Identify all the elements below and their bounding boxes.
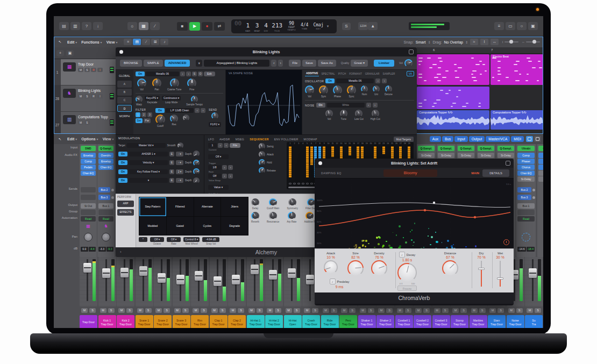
- solo-button[interactable]: S: [423, 308, 430, 313]
- fader-handle[interactable]: [232, 275, 240, 284]
- audio-fx-slot[interactable]: Envelop: [98, 159, 113, 164]
- mod-targets-button[interactable]: Mod Targets: [394, 137, 414, 142]
- sequencer-step[interactable]: [331, 146, 334, 157]
- seq-trigger-select[interactable]: 1/8: [208, 165, 221, 170]
- next-preset-button[interactable]: ›: [278, 60, 283, 67]
- audio-fx-slot[interactable]: St-: [538, 176, 543, 182]
- knob-Cutoff[interactable]: [155, 115, 165, 124]
- fader-handle[interactable]: [120, 268, 129, 277]
- mute-button[interactable]: M: [415, 308, 422, 313]
- audio-fx-slot[interactable]: Pedals: [81, 165, 96, 170]
- library-icon[interactable]: ▤: [59, 22, 69, 30]
- engine-tab-sampler[interactable]: SAMPLER: [382, 72, 396, 76]
- prev-preset-button[interactable]: ‹: [271, 60, 276, 67]
- automation-mode[interactable]: Read: [81, 216, 96, 222]
- source-solo-button[interactable]: S: [192, 72, 197, 76]
- snapshot-pad-modded[interactable]: Modded: [139, 217, 166, 235]
- source-tab-morph[interactable]: MORPH: [117, 113, 132, 120]
- channel-name-label[interactable]: Cowbell 2Trap Door: [414, 315, 431, 328]
- solo-button[interactable]: S: [182, 308, 189, 313]
- send-slot[interactable]: [81, 187, 96, 192]
- channel-fader-strip[interactable]: [247, 257, 265, 306]
- audio-fx-slot[interactable]: St-: [538, 170, 543, 176]
- sequencer-step[interactable]: [289, 146, 292, 177]
- browsers-icon[interactable]: ▥: [70, 22, 80, 30]
- mute-button[interactable]: M: [360, 308, 366, 313]
- oscillator-name-field[interactable]: Metallic 06: [336, 78, 374, 83]
- menu-functions[interactable]: Functions ▾: [81, 40, 102, 44]
- channel-name-label[interactable]: Clap 1Trap Door: [210, 315, 228, 328]
- channel-fader-strip[interactable]: [525, 257, 543, 306]
- mod-tab-lfo[interactable]: LFO: [208, 138, 214, 141]
- source-tab-global[interactable]: GLOBAL: [117, 73, 132, 80]
- input-slot[interactable]: Q-Sampl.: [418, 146, 435, 151]
- fader-handle[interactable]: [529, 268, 537, 278]
- knob-Swing[interactable]: [259, 143, 265, 149]
- fader-handle[interactable]: [102, 268, 110, 278]
- mute-button[interactable]: M: [211, 308, 218, 313]
- filter-serial-button[interactable]: Ser: [136, 118, 143, 123]
- preset-name-field[interactable]: Arpeggiated | Blinking Lights: [204, 60, 269, 67]
- output-slot[interactable]: Bus 1: [517, 203, 535, 209]
- edge-strip[interactable]: Q-SClChChSt-St-: [537, 144, 543, 257]
- mod-on-button[interactable]: On: [118, 178, 127, 183]
- mute-button[interactable]: M: [267, 308, 273, 313]
- mod-e-button[interactable]: E: [169, 178, 174, 183]
- seq-index-field[interactable]: 1: [208, 143, 217, 148]
- knob-Num[interactable]: [361, 85, 368, 92]
- tab-simple[interactable]: SIMPLE: [144, 60, 163, 67]
- wet-slider[interactable]: [496, 261, 504, 287]
- bar-ruler[interactable]: 67: [417, 47, 543, 54]
- snap-select[interactable]: Smart: [416, 40, 426, 44]
- filter-output[interactable]: Output: [469, 136, 485, 142]
- noise-prev-icon[interactable]: ‹: [366, 103, 371, 108]
- channel-name-label[interactable]: Hi-HatOpen: [284, 315, 302, 328]
- mod-tab-env-follower[interactable]: ENV FOLLOWER: [274, 138, 298, 141]
- play-button[interactable]: ▶: [189, 22, 200, 31]
- engine-tab-spectral[interactable]: SPECTRAL: [320, 72, 336, 76]
- engine-tab-va[interactable]: VA: [407, 71, 414, 76]
- knob-Vol[interactable]: [305, 85, 314, 95]
- mute-button[interactable]: M: [508, 308, 515, 313]
- oscillator-on-button[interactable]: On: [325, 78, 335, 83]
- mod-tab-sequencer[interactable]: SEQUENCER: [250, 138, 269, 141]
- audio-fx-slot[interactable]: Cl: [538, 153, 543, 158]
- tab-advanced[interactable]: ADVANCED: [165, 60, 190, 67]
- source-cycle-button[interactable]: O: [198, 72, 203, 76]
- mute-button[interactable]: M: [286, 308, 292, 313]
- mod-num-select[interactable]: 2 ▾: [176, 169, 183, 174]
- solo-button[interactable]: S: [405, 308, 411, 313]
- input-slot[interactable]: Q-Sampl.: [458, 146, 474, 151]
- solo-button[interactable]: S: [349, 308, 356, 313]
- mod-source-select[interactable]: Key Follow Fixed ▾: [129, 169, 168, 174]
- automation-mode[interactable]: Read: [517, 216, 535, 222]
- channel-name-label[interactable]: PercTrap Door: [339, 315, 357, 328]
- slider-thumb[interactable]: [478, 268, 485, 270]
- audio-region-computations-topper[interactable]: Computations Topper ↻↻: [417, 110, 489, 130]
- channel-fader-strip[interactable]: [191, 257, 209, 306]
- chromaverb-titlebar[interactable]: Blinking Lights: Set Adrift: [315, 159, 514, 168]
- audio-fx-slot[interactable]: St-Delay: [478, 153, 494, 158]
- channel-fader-strip[interactable]: [136, 257, 153, 306]
- trigger-prev-icon[interactable]: ‹: [222, 165, 227, 170]
- audio-fx-slot[interactable]: Chorus: [517, 165, 535, 170]
- knob-Delay[interactable]: [251, 198, 259, 206]
- zoom-track[interactable]: [504, 41, 518, 42]
- save-button[interactable]: Save: [302, 60, 316, 67]
- channel-name-label[interactable]: Snare 1Trap Door: [136, 315, 153, 328]
- mod-e-button[interactable]: E: [169, 169, 174, 174]
- mute-button[interactable]: M: [81, 308, 88, 313]
- source-name-field[interactable]: Metallic 06: [146, 72, 179, 76]
- mute-button[interactable]: M: [248, 308, 255, 313]
- tab-details[interactable]: DETAILS: [482, 169, 509, 177]
- fader-handle[interactable]: [214, 276, 222, 286]
- solo-button[interactable]: S: [294, 308, 300, 313]
- input-slot[interactable]: Q-Sampl.: [478, 146, 494, 151]
- fader-handle[interactable]: [288, 268, 296, 278]
- knob-Phase[interactable]: [333, 85, 342, 95]
- send-level-knob[interactable]: [111, 196, 114, 199]
- mute-button[interactable]: M: [230, 308, 236, 313]
- knob-x[interactable]: [183, 115, 189, 121]
- tab-browse[interactable]: BROWSE: [120, 60, 142, 67]
- close-icon[interactable]: [318, 161, 322, 165]
